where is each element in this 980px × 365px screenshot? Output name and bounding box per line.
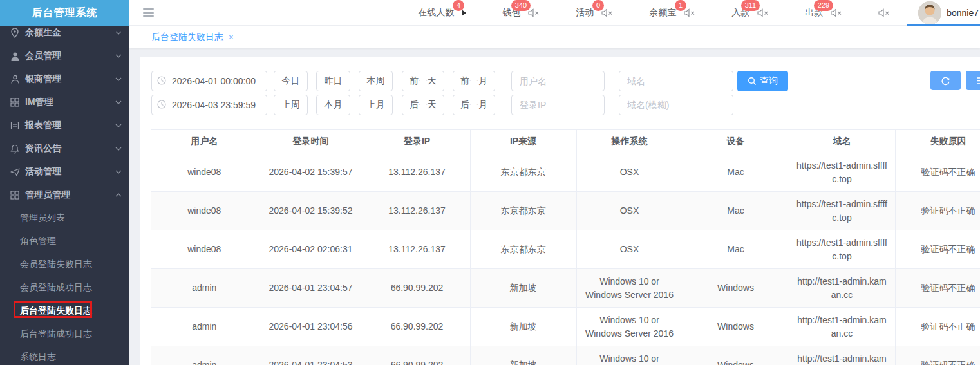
quick-this-month-button[interactable]: 本月 [316,95,350,115]
tab-bar: 后台登陆失败日志 × [129,26,980,48]
header-stats: 在线人数4 钱包340 活动0 余额宝1 入款311 出款229 [418,7,890,19]
table-cell: Mac [683,192,789,230]
chevron-down-icon [115,122,122,129]
table-cell: 2026-04-02 02:06:31 [258,230,364,269]
quick-next-day-button[interactable]: 后一天 [402,95,444,115]
sidebar-item-huiyuan-denglu-shibai[interactable]: 会员登陆失败日志 [0,253,129,276]
table-cell: 东京都东京 [470,230,576,269]
sidebar-item-baobiao-guanli[interactable]: 报表管理 [0,114,129,137]
date-end-input[interactable] [151,95,267,115]
sidebar-item-guanliyuan-liebiao[interactable]: 管理员列表 [0,207,129,230]
bell-icon [10,144,20,154]
quick-last-month-button[interactable]: 上月 [359,95,393,115]
quick-this-week-button[interactable]: 本周 [359,71,393,91]
table-cell: 2026-04-01 23:04:53 [258,346,364,365]
mute-speaker-icon[interactable] [528,8,540,17]
table-cell: 验证码不正确 [895,192,980,230]
table-cell: 2026-04-01 23:04:57 [258,269,364,308]
column-header: 失败原因 [895,130,980,153]
list-icon [976,77,980,85]
sidebar-item-huodong-guanli[interactable]: 活动管理 [0,160,129,183]
stat-global-mute[interactable] [878,8,890,17]
stat-deposits[interactable]: 入款311 [731,7,769,19]
mute-speaker-icon[interactable] [878,8,890,17]
username-input[interactable] [511,71,605,91]
avatar [918,1,941,24]
sidebar-item-xitong-rizhi[interactable]: 系统日志 [0,346,129,365]
table-cell: Windows [683,308,789,346]
table-cell: https://test1-admin.sffffc.top [789,230,895,269]
sidebar-item-huiyuan-guanli[interactable]: 会员管理 [0,44,129,68]
sidebar-item-houtai-denglu-chenggong[interactable]: 后台登陆成功日志 [0,323,129,346]
sidebar-item-yuee-shengjin[interactable]: 余额生金 [0,21,129,44]
sidebar-item-zixun-gonggao[interactable]: 资讯公告 [0,137,129,160]
column-header: 登录时间 [258,130,364,153]
mute-speaker-icon[interactable] [831,8,842,17]
top-header: 在线人数4 钱包340 活动0 余额宝1 入款311 出款229 [129,0,980,26]
column-header: 设备 [683,130,789,153]
sidebar-item-juese-guanli[interactable]: 角色管理 [0,230,129,253]
table-row: winde082026-04-02 15:39:5713.112.26.137东… [151,153,980,192]
badge-count: 340 [511,0,531,11]
stat-online-users[interactable]: 在线人数4 [418,7,466,19]
table-row: admin2026-04-01 23:04:5666.90.99.202新加坡W… [151,308,980,346]
table-cell: admin [151,308,258,346]
quick-prev-month-button[interactable]: 前一月 [453,71,495,91]
hamburger-menu-icon[interactable] [143,8,154,17]
table-cell: 66.90.99.202 [364,346,470,365]
stat-activity[interactable]: 活动0 [576,7,613,19]
close-icon[interactable]: × [229,32,234,42]
table-row: admin2026-04-01 23:04:5766.90.99.202新加坡W… [151,269,980,308]
table-row: winde082026-04-02 02:06:3113.112.26.137东… [151,230,980,269]
report-icon [10,120,20,131]
table-cell: 验证码不正确 [895,346,980,365]
table-cell: winde08 [151,230,258,269]
stat-withdrawals[interactable]: 出款229 [805,7,842,19]
table-cell: 13.112.26.137 [364,153,470,192]
user-menu[interactable]: bonnie7 [918,0,980,26]
merchant-icon [10,74,20,84]
quick-today-button[interactable]: 今日 [274,71,308,91]
badge-count: 4 [453,0,464,11]
table-cell: http://test1-admin.kaman.cc [789,346,895,365]
mute-speaker-icon[interactable] [757,8,769,17]
table-cell: OSX [576,230,683,269]
sidebar-item-label: 资讯公告 [25,143,115,154]
tab-active[interactable]: 后台登陆失败日志 × [151,26,234,48]
column-settings-button[interactable] [966,71,980,90]
stat-label: 余额宝 [649,7,676,17]
quick-next-month-button[interactable]: 后一月 [453,95,495,115]
refresh-icon [941,76,950,86]
mute-speaker-icon[interactable] [684,8,695,17]
date-start-input[interactable] [151,71,267,91]
table-cell: http://test1-admin.kaman.cc [789,308,895,346]
domain-input[interactable] [619,71,733,91]
sidebar-item-guanliyuan-guanli[interactable]: 管理员管理 [0,183,129,207]
sidebar-item-label: 报表管理 [25,120,115,131]
stat-wallet[interactable]: 钱包340 [502,7,540,19]
stat-yuebao[interactable]: 余额宝1 [649,7,695,19]
quick-last-week-button[interactable]: 上周 [274,95,308,115]
content-panel: 今日 昨日 本周 前一天 前一月 查询 上周 本月 上月 后一天 后一月 用户名… [140,57,980,365]
filter-row-1: 今日 昨日 本周 前一天 前一月 查询 [151,71,788,91]
chevron-down-icon [115,145,122,152]
table-cell: Windows 10 or Windows Server 2016 [576,346,683,365]
search-button[interactable]: 查询 [737,71,788,91]
quick-prev-day-button[interactable]: 前一天 [402,71,444,91]
table-cell: winde08 [151,153,258,192]
table-row: winde082026-04-02 15:39:5213.112.26.137东… [151,192,980,230]
table-cell: 东京都东京 [470,153,576,192]
sidebar-item-huiyuan-denglu-chenggong[interactable]: 会员登陆成功日志 [0,276,129,299]
sidebar-item-yinshang-guanli[interactable]: 银商管理 [0,68,129,91]
domain-fuzzy-input[interactable] [619,95,733,115]
refresh-button[interactable] [930,71,961,90]
quick-yesterday-button[interactable]: 昨日 [316,71,350,91]
play-arrow-icon[interactable] [462,10,466,16]
login-ip-input[interactable] [511,95,605,115]
date-end-field [151,95,267,115]
sidebar-item-houtai-denglu-shibai[interactable]: 后台登陆失败日志 [0,299,129,323]
mute-speaker-icon[interactable] [601,8,613,17]
sidebar-item-im-guanli[interactable]: IM管理 [0,91,129,114]
log-table: 用户名登录时间登录IPIP来源操作系统设备域名失败原因 winde082026-… [151,129,980,365]
table-cell: 验证码不正确 [895,230,980,269]
